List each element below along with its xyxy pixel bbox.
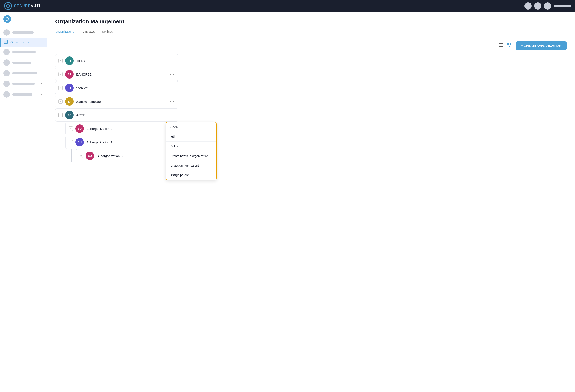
main-content: Organization Management Organizations Te… bbox=[47, 12, 575, 392]
chevron-down-icon-2: ▼ bbox=[41, 93, 43, 96]
more-menu-tipry[interactable]: ··· bbox=[169, 59, 175, 63]
tab-templates[interactable]: Templates bbox=[81, 28, 95, 35]
more-menu-acme[interactable]: ··· bbox=[169, 113, 175, 117]
logo-icon bbox=[4, 2, 12, 10]
top-navigation: SECUREAUTH bbox=[0, 0, 575, 12]
svg-rect-6 bbox=[7, 41, 7, 41]
tab-settings[interactable]: Settings bbox=[101, 28, 113, 35]
org-row-sample-template: ✕ SA Sample Template ··· bbox=[55, 95, 178, 108]
org-row-stabilee: ✕ ST Stabilee ··· bbox=[55, 81, 178, 94]
context-menu-edit[interactable]: Edit bbox=[166, 132, 216, 142]
sidebar-item-5[interactable]: ▼ bbox=[0, 79, 47, 89]
sidebar-icon-4 bbox=[3, 70, 10, 76]
logo-area: SECUREAUTH bbox=[4, 2, 42, 10]
org-name-banofee: BANOFEE bbox=[76, 73, 167, 76]
drag-handle-suborg2: ✕ bbox=[69, 127, 73, 131]
org-row-tipry: ✕ TI TIPRY ··· bbox=[55, 54, 178, 67]
tab-organizations[interactable]: Organizations bbox=[55, 28, 74, 35]
more-menu-sample-template[interactable]: ··· bbox=[169, 99, 175, 104]
svg-rect-4 bbox=[5, 42, 5, 42]
sidebar-item-6[interactable]: ▼ bbox=[0, 89, 47, 100]
list-view-button[interactable] bbox=[498, 43, 504, 49]
svg-rect-7 bbox=[7, 41, 7, 42]
suborg1-children: ✕ SU Suborganization-3 ··· bbox=[65, 149, 178, 162]
avatar-1[interactable] bbox=[525, 2, 532, 10]
sidebar-item-2[interactable] bbox=[0, 47, 47, 57]
more-menu-stabilee[interactable]: ··· bbox=[169, 86, 175, 90]
org-row-acme: − AC ACME ··· bbox=[55, 109, 178, 122]
org-name-suborg3: Suborganization-3 bbox=[97, 154, 167, 158]
svg-rect-8 bbox=[7, 42, 7, 43]
avatar-sample-template: SA bbox=[65, 97, 74, 106]
collapse-suborg1[interactable]: − bbox=[69, 140, 73, 144]
org-row-banofee: ✕ BA BANOFEE ··· bbox=[55, 68, 178, 81]
acme-children: ✕ SU Suborganization-2 ··· − SU Suborgan… bbox=[55, 122, 178, 162]
create-organization-button[interactable]: + CREATE ORGANIZATION bbox=[516, 41, 567, 50]
org-row-suborg1: − SU Suborganization-1 ··· bbox=[65, 136, 178, 149]
sidebar-label-3 bbox=[12, 62, 31, 64]
drag-handle-sample-template: ✕ bbox=[58, 99, 63, 104]
avatar-acme: AC bbox=[65, 111, 74, 119]
org-name-acme: ACME bbox=[76, 113, 167, 117]
org-name-suborg1: Suborganization-1 bbox=[86, 140, 167, 144]
sidebar-organizations-label: Organizations bbox=[10, 41, 29, 44]
view-toggle bbox=[498, 42, 513, 49]
svg-rect-13 bbox=[510, 43, 511, 45]
org-row-suborg2: ✕ SU Suborganization-2 ··· bbox=[65, 122, 178, 135]
sidebar-label-2 bbox=[12, 51, 36, 53]
avatar-2[interactable] bbox=[534, 2, 541, 10]
page-title: Organization Management bbox=[55, 18, 567, 25]
svg-rect-12 bbox=[507, 43, 509, 45]
svg-rect-5 bbox=[5, 42, 5, 43]
sidebar-icon-3 bbox=[3, 59, 10, 66]
sidebar-label-6 bbox=[12, 93, 32, 95]
avatar-3[interactable] bbox=[544, 2, 551, 10]
avatar-suborg1: SU bbox=[75, 138, 84, 146]
toolbar: + CREATE ORGANIZATION bbox=[55, 41, 567, 50]
buildings-icon bbox=[4, 40, 8, 44]
sidebar-item-1[interactable] bbox=[0, 27, 47, 38]
avatar-suborg2: SU bbox=[75, 124, 84, 133]
context-menu-create-sub[interactable]: Create new sub-organization bbox=[166, 151, 216, 161]
svg-rect-10 bbox=[499, 45, 503, 45]
brand-name: SECUREAUTH bbox=[14, 4, 42, 8]
org-name-stabilee: Stabilee bbox=[76, 86, 167, 90]
organization-list: ✕ TI TIPRY ··· ✕ BA BANOFEE ··· ✕ ST Sta… bbox=[55, 54, 178, 162]
svg-rect-9 bbox=[499, 43, 503, 44]
menu-bar[interactable] bbox=[554, 5, 571, 7]
avatar-tipry: TI bbox=[65, 56, 74, 65]
avatar-stabilee: ST bbox=[65, 84, 74, 92]
drag-handle-banofee: ✕ bbox=[58, 72, 63, 76]
tab-bar: Organizations Templates Settings bbox=[55, 28, 567, 35]
more-menu-banofee[interactable]: ··· bbox=[169, 72, 175, 77]
org-name-suborg2: Suborganization-2 bbox=[86, 127, 167, 131]
sidebar-label-1 bbox=[12, 31, 34, 34]
topnav-right bbox=[525, 2, 571, 10]
sidebar: Organizations ▼ ▼ bbox=[0, 12, 47, 392]
sidebar-top-icon[interactable] bbox=[3, 15, 11, 23]
context-menu-open[interactable]: Open bbox=[166, 122, 216, 132]
tree-view-button[interactable] bbox=[506, 42, 513, 49]
drag-handle-suborg3: ✕ bbox=[79, 154, 83, 158]
sidebar-label-5 bbox=[12, 83, 35, 85]
svg-rect-11 bbox=[499, 46, 503, 47]
context-menu-unassign[interactable]: Unassign from parent bbox=[166, 161, 216, 171]
sidebar-item-3[interactable] bbox=[0, 57, 47, 68]
chevron-down-icon-1: ▼ bbox=[41, 82, 43, 85]
sidebar-icon-5 bbox=[3, 81, 10, 87]
svg-rect-14 bbox=[508, 46, 510, 47]
sidebar-item-organizations[interactable]: Organizations bbox=[0, 38, 47, 47]
sidebar-icon-1 bbox=[3, 29, 10, 36]
org-name-tipry: TIPRY bbox=[76, 59, 167, 63]
collapse-acme[interactable]: − bbox=[58, 113, 63, 117]
sidebar-item-4[interactable] bbox=[0, 68, 47, 79]
sidebar-icon-6 bbox=[3, 91, 10, 98]
context-menu: Open Edit Delete Create new sub-organiza… bbox=[166, 122, 217, 180]
drag-handle-stabilee: ✕ bbox=[58, 86, 63, 90]
org-name-sample-template: Sample Template bbox=[76, 100, 167, 103]
context-menu-assign-parent[interactable]: Assign parent bbox=[166, 171, 216, 180]
drag-handle-tipry: ✕ bbox=[58, 59, 63, 63]
avatar-banofee: BA bbox=[65, 70, 74, 79]
sidebar-label-4 bbox=[12, 72, 37, 74]
context-menu-delete[interactable]: Delete bbox=[166, 142, 216, 151]
